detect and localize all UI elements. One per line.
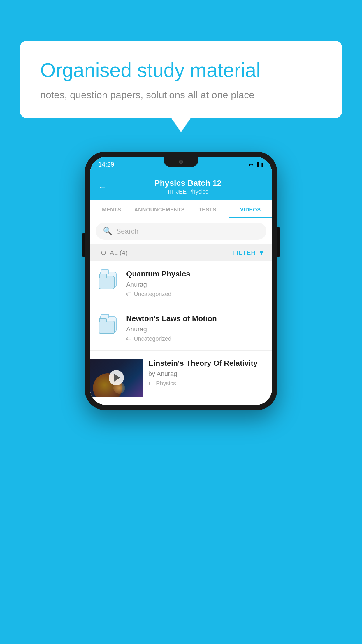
bubble-title: Organised study material (40, 58, 322, 82)
app-header: ← Physics Batch 12 IIT JEE Physics (90, 172, 272, 200)
search-container: 🔍 Search (90, 218, 272, 244)
tab-videos[interactable]: VIDEOS (229, 200, 272, 218)
folder-icon (99, 272, 119, 290)
list-item[interactable]: Einstein's Theory Of Relativity by Anura… (90, 351, 272, 405)
video-info-2: Newton's Laws of Motion Anurag 🏷 Uncateg… (126, 314, 265, 342)
header-subtitle: IIT JEE Physics (112, 188, 264, 195)
folder-front (99, 321, 115, 334)
camera-dot (179, 160, 183, 164)
video-list: Quantum Physics Anurag 🏷 Uncategorized (90, 261, 272, 405)
filter-label: FILTER (232, 249, 256, 257)
tag-icon: 🏷 (126, 336, 131, 342)
video-thumbnail (90, 359, 143, 397)
video-tag: 🏷 Uncategorized (126, 291, 265, 298)
play-icon (114, 374, 120, 382)
search-box[interactable]: 🔍 Search (96, 223, 266, 240)
video-author: Anurag (126, 326, 265, 333)
tag-label: Uncategorized (134, 291, 171, 298)
play-button[interactable] (109, 370, 124, 385)
video-info-3: Einstein's Theory Of Relativity by Anura… (148, 359, 265, 387)
tabs-bar: MENTS ANNOUNCEMENTS TESTS VIDEOS (90, 200, 272, 218)
tag-icon: 🏷 (126, 291, 131, 297)
tab-announcements[interactable]: ANNOUNCEMENTS (133, 200, 186, 218)
phone-mockup: 14:29 ▾▾ ▐ ▮ ← Physics Batch 12 IIT JEE … (85, 152, 277, 410)
speech-bubble-wrapper: Organised study material notes, question… (20, 41, 342, 118)
list-item[interactable]: Newton's Laws of Motion Anurag 🏷 Uncateg… (90, 306, 272, 351)
search-icon: 🔍 (103, 227, 112, 236)
search-placeholder: Search (116, 227, 138, 235)
video-title: Einstein's Theory Of Relativity (148, 359, 260, 368)
bubble-subtitle: notes, question papers, solutions all at… (40, 89, 322, 101)
notch (164, 157, 198, 167)
header-title: Physics Batch 12 (112, 178, 264, 188)
video-thumb-2 (97, 314, 120, 337)
speech-bubble: Organised study material notes, question… (20, 41, 342, 118)
filter-icon: ▼ (258, 249, 265, 257)
tab-ments[interactable]: MENTS (90, 200, 133, 218)
phone-screen: 14:29 ▾▾ ▐ ▮ ← Physics Batch 12 IIT JEE … (90, 157, 272, 405)
header-title-section: Physics Batch 12 IIT JEE Physics (112, 178, 264, 195)
play-overlay (90, 359, 143, 397)
tag-label: Physics (156, 380, 176, 387)
tag-icon: 🏷 (148, 380, 154, 386)
video-author: by Anurag (148, 370, 260, 378)
wifi-icon: ▾▾ (249, 162, 253, 167)
video-info-1: Quantum Physics Anurag 🏷 Uncategorized (126, 270, 265, 298)
video-tag: 🏷 Uncategorized (126, 335, 265, 342)
tab-tests[interactable]: TESTS (186, 200, 229, 218)
folder-front (99, 276, 115, 289)
status-time: 14:29 (98, 161, 114, 168)
video-title: Quantum Physics (126, 270, 265, 279)
video-thumb-1 (97, 270, 120, 293)
phone-outer: 14:29 ▾▾ ▐ ▮ ← Physics Batch 12 IIT JEE … (85, 152, 277, 410)
filter-button[interactable]: FILTER ▼ (232, 249, 265, 257)
total-count: TOTAL (4) (97, 249, 128, 257)
filter-bar: TOTAL (4) FILTER ▼ (90, 244, 272, 261)
video-author: Anurag (126, 281, 265, 288)
status-icons: ▾▾ ▐ ▮ (249, 162, 264, 167)
status-bar: 14:29 ▾▾ ▐ ▮ (90, 157, 272, 172)
video-title: Newton's Laws of Motion (126, 314, 265, 323)
video-tag: 🏷 Physics (148, 380, 260, 387)
folder-icon (99, 316, 119, 335)
tag-label: Uncategorized (134, 335, 171, 342)
signal-icon: ▐ (256, 162, 259, 167)
list-item[interactable]: Quantum Physics Anurag 🏷 Uncategorized (90, 261, 272, 306)
back-button[interactable]: ← (98, 182, 106, 192)
battery-icon: ▮ (261, 162, 264, 167)
